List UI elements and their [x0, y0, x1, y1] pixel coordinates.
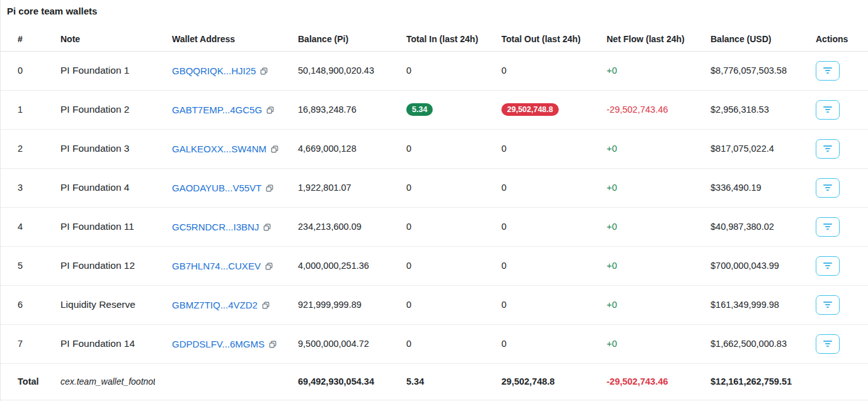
actions-cell [799, 90, 868, 129]
row-index: 7 [1, 324, 43, 363]
filter-action-button[interactable] [816, 295, 840, 315]
page-title: Pi core team wallets [1, 0, 868, 28]
total-footnote: cex.team_wallet_footnote [43, 363, 155, 400]
total-in-cell: 5.34 [389, 90, 484, 129]
filter-action-button[interactable] [816, 178, 840, 198]
total-out-cell: 29,502,748.8 [484, 90, 590, 129]
wallet-address-link[interactable]: GC5RNDCR...I3BNJ [172, 222, 259, 232]
net-flow-value: +0 [590, 129, 694, 168]
actions-cell [799, 129, 868, 168]
net-flow-value: -29,502,743.46 [590, 90, 694, 129]
wallet-address-link[interactable]: GBQQRIQK...HJI25 [172, 65, 256, 76]
wallet-address-link[interactable]: GAODAYUB...V55VT [172, 183, 261, 193]
table-row: 2 PI Foundation 3 GALKEOXX...SW4NM 4,669… [1, 129, 868, 168]
filter-icon [822, 183, 833, 192]
filter-icon [822, 222, 833, 231]
copy-icon[interactable] [270, 145, 279, 154]
total-out-value: 0 [501, 183, 506, 193]
net-flow-value: +0 [590, 285, 694, 324]
actions-cell [799, 324, 868, 363]
filter-action-button[interactable] [816, 61, 840, 81]
total-in-cell: 0 [389, 207, 484, 246]
filter-action-button[interactable] [816, 139, 840, 159]
actions-cell [799, 285, 868, 324]
col-header-actions: Actions [799, 28, 868, 51]
wallet-address-link[interactable]: GB7HLN74...CUXEV [172, 261, 261, 271]
col-header-index: # [1, 28, 43, 51]
total-out-value: 0 [501, 144, 506, 154]
wallet-note: PI Foundation 1 [43, 51, 155, 90]
wallet-note: Liquidity Reserve [43, 285, 155, 324]
total-in-value: 5.34 [406, 103, 433, 116]
wallet-note: PI Foundation 4 [43, 168, 155, 207]
total-label: Total [1, 363, 43, 400]
total-in-value: 5.34 [389, 363, 484, 400]
balance-usd-value: $1,662,500,000.83 [694, 324, 799, 363]
total-out-cell: 0 [484, 168, 590, 207]
total-out-value: 0 [501, 65, 506, 76]
total-in-cell: 0 [389, 285, 484, 324]
copy-icon[interactable] [261, 301, 270, 310]
filter-action-button[interactable] [816, 334, 840, 354]
copy-icon[interactable] [263, 223, 271, 232]
copy-icon[interactable] [266, 106, 275, 115]
table-row: 1 PI Foundation 2 GABT7EMP...4GC5G 16,89… [1, 90, 868, 129]
wallet-note: PI Foundation 2 [43, 90, 155, 129]
net-flow-value: +0 [590, 324, 694, 363]
row-index: 6 [1, 285, 43, 324]
balance-pi-value: 4,669,000,128 [281, 129, 389, 168]
total-in-value: 0 [406, 222, 411, 232]
wallets-table: # Note Wallet Address Balance (Pi) Total… [1, 28, 868, 400]
wallet-address-cell: GBQQRIQK...HJI25 [155, 51, 281, 90]
filter-action-button[interactable] [816, 100, 840, 120]
copy-icon[interactable] [268, 340, 277, 349]
total-out-value: 0 [501, 339, 506, 349]
table-row: 3 PI Foundation 4 GAODAYUB...V55VT 1,922… [1, 168, 868, 207]
balance-usd-value: $336,490.19 [694, 168, 799, 207]
col-header-balance-usd: Balance (USD) [694, 28, 799, 51]
copy-icon[interactable] [260, 67, 268, 76]
total-in-cell: 0 [389, 168, 484, 207]
col-header-net-flow: Net Flow (last 24h) [590, 28, 694, 51]
filter-icon [822, 300, 833, 309]
wallet-note: PI Foundation 12 [43, 246, 155, 285]
wallet-address-link[interactable]: GALKEOXX...SW4NM [172, 144, 266, 154]
total-out-cell: 0 [484, 285, 590, 324]
actions-cell [799, 51, 868, 90]
col-header-total-out: Total Out (last 24h) [484, 28, 590, 51]
filter-icon [822, 105, 833, 114]
table-row: 6 Liquidity Reserve GBMZ7TIQ...4VZD2 921… [1, 285, 868, 324]
total-balance-usd: $12,161,262,759.51 [694, 363, 799, 400]
wallet-address-cell: GC5RNDCR...I3BNJ [155, 207, 281, 246]
wallet-note: PI Foundation 14 [43, 324, 155, 363]
balance-usd-value: $2,956,318.53 [694, 90, 799, 129]
wallet-address-link[interactable]: GABT7EMP...4GC5G [172, 104, 262, 115]
total-out-value: 0 [501, 300, 506, 310]
balance-pi-value: 921,999,999.89 [281, 285, 389, 324]
wallet-address-link[interactable]: GDPDSLFV...6MGMS [172, 339, 265, 349]
row-index: 1 [1, 90, 43, 129]
total-in-value: 0 [406, 300, 411, 310]
wallet-address-link[interactable]: GBMZ7TIQ...4VZD2 [172, 300, 258, 310]
wallet-address-cell: GB7HLN74...CUXEV [155, 246, 281, 285]
table-body: 0 PI Foundation 1 GBQQRIQK...HJI25 50,14… [1, 51, 868, 363]
total-balance-pi: 69,492,930,054.34 [281, 363, 389, 400]
row-index: 2 [1, 129, 43, 168]
filter-action-button[interactable] [816, 256, 840, 276]
actions-cell [799, 207, 868, 246]
copy-icon[interactable] [265, 184, 274, 193]
balance-usd-value: $40,987,380.02 [694, 207, 799, 246]
table-row: 0 PI Foundation 1 GBQQRIQK...HJI25 50,14… [1, 51, 868, 90]
total-out-value: 29,502,748.8 [501, 103, 559, 116]
net-flow-value: +0 [590, 51, 694, 90]
balance-usd-value: $8,776,057,503.58 [694, 51, 799, 90]
wallets-panel: Pi core team wallets # Note Wallet Addre… [0, 0, 868, 401]
wallet-address-cell: GBMZ7TIQ...4VZD2 [155, 285, 281, 324]
total-in-cell: 0 [389, 246, 484, 285]
filter-action-button[interactable] [816, 217, 840, 237]
balance-usd-value: $161,349,999.98 [694, 285, 799, 324]
total-in-value: 0 [406, 183, 411, 193]
total-out-cell: 0 [484, 129, 590, 168]
balance-pi-value: 16,893,248.76 [281, 90, 389, 129]
copy-icon[interactable] [265, 262, 273, 271]
